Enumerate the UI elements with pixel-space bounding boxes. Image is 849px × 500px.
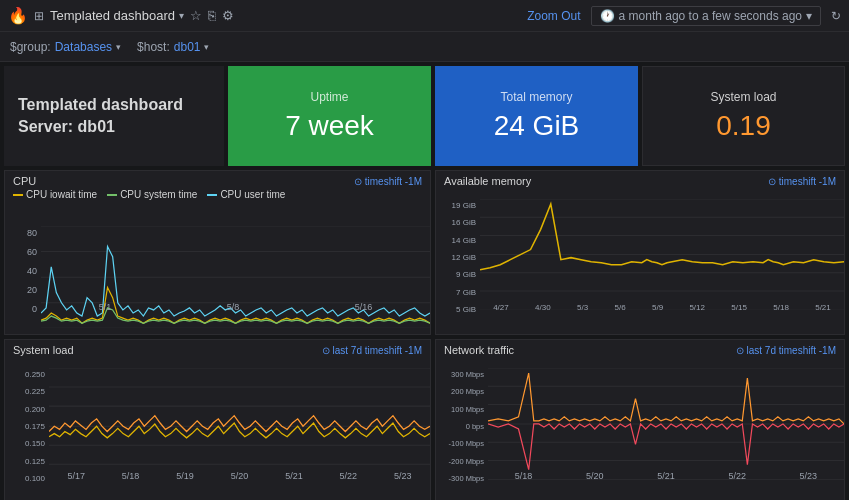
memory-label: Total memory — [500, 90, 572, 104]
group-dropdown-icon: ▾ — [116, 42, 121, 52]
uptime-label: Uptime — [310, 90, 348, 104]
time-range-picker[interactable]: 🕐 a month ago to a few seconds ago ▾ — [591, 6, 821, 26]
uptime-card: Uptime 7 week — [228, 66, 431, 166]
cpu-chart-header: CPU ⊙ timeshift -1M — [5, 171, 430, 189]
legend-system: CPU system time — [107, 189, 197, 200]
legend-iowait-label: CPU iowait time — [26, 189, 97, 200]
clock-icon: 🕐 — [600, 9, 615, 23]
avail-mem-yaxis: 19 GiB16 GiB14 GiB12 GiB9 GiB7 GiB5 GiB — [436, 199, 480, 316]
net-traffic-svg — [488, 368, 844, 480]
cpu-chart-panel: CPU ⊙ timeshift -1M CPU iowait time CPU … — [4, 170, 431, 335]
net-traffic-yaxis: 300 Mbps200 Mbps100 Mbps0 bps-100 Mbps-2… — [436, 368, 488, 485]
legend-iowait-dot — [13, 194, 23, 196]
cpu-xaxis: 5/15/85/16 — [41, 298, 430, 316]
dashboard-title: Templated dashboard ▾ — [50, 8, 184, 23]
sysload-label: System load — [710, 90, 776, 104]
grafana-logo: 🔥 — [8, 6, 28, 25]
filterbar: $group: Databases ▾ $host: db01 ▾ — [0, 32, 849, 62]
server-label: Server: db01 — [18, 118, 210, 136]
sys-load-header: System load ⊙ last 7d timeshift -1M — [5, 340, 430, 358]
host-dropdown-icon: ▾ — [204, 42, 209, 52]
net-traffic-xaxis: 5/185/205/215/225/23 — [488, 467, 844, 485]
group-filter[interactable]: $group: Databases ▾ — [10, 40, 121, 54]
sys-load-meta[interactable]: ⊙ last 7d timeshift -1M — [322, 345, 422, 356]
legend-user-label: CPU user time — [220, 189, 285, 200]
avail-mem-chart-panel: Available memory ⊙ timeshift -1M 19 GiB1… — [435, 170, 845, 335]
cpu-legend: CPU iowait time CPU system time CPU user… — [5, 189, 430, 202]
net-traffic-chart-panel: Network traffic ⊙ last 7d timeshift -1M … — [435, 339, 845, 500]
cpu-chart-title: CPU — [13, 175, 36, 187]
net-traffic-title: Network traffic — [444, 344, 514, 356]
cpu-chart-area: 806040200 5/15/85/16 — [5, 226, 430, 316]
sys-load-title: System load — [13, 344, 74, 356]
memory-card: Total memory 24 GiB — [435, 66, 638, 166]
avail-mem-svg — [480, 199, 844, 310]
cpu-timeshift[interactable]: ⊙ timeshift -1M — [354, 176, 422, 187]
sysload-value: 0.19 — [716, 110, 771, 142]
memory-value: 24 GiB — [494, 110, 580, 142]
legend-user-dot — [207, 194, 217, 196]
sysload-card: System load 0.19 — [642, 66, 845, 166]
settings-icon[interactable]: ⚙ — [222, 8, 234, 23]
legend-system-dot — [107, 194, 117, 196]
legend-user: CPU user time — [207, 189, 285, 200]
share-icon[interactable]: ⎘ — [208, 8, 216, 23]
avail-mem-area: 19 GiB16 GiB14 GiB12 GiB9 GiB7 GiB5 GiB … — [436, 199, 844, 316]
topbar: 🔥 ⊞ Templated dashboard ▾ ☆ ⎘ ⚙ Zoom Out… — [0, 0, 849, 32]
topbar-right: Zoom Out 🕐 a month ago to a few seconds … — [527, 6, 841, 26]
legend-system-label: CPU system time — [120, 189, 197, 200]
dashboard-name: Templated dashboard — [18, 96, 210, 114]
chevron-down-icon: ▾ — [806, 9, 812, 23]
avail-mem-timeshift[interactable]: ⊙ timeshift -1M — [768, 176, 836, 187]
info-panel: Templated dashboard Server: db01 — [4, 66, 224, 166]
sys-load-yaxis: 0.2500.2250.2000.1750.1500.1250.100 — [5, 368, 49, 485]
host-filter[interactable]: $host: db01 ▾ — [137, 40, 209, 54]
net-traffic-area: 300 Mbps200 Mbps100 Mbps0 bps-100 Mbps-2… — [436, 368, 844, 485]
avail-mem-xaxis: 4/274/305/35/65/95/125/155/185/21 — [480, 298, 844, 316]
sys-load-xaxis: 5/175/185/195/205/215/225/23 — [49, 467, 430, 485]
legend-iowait: CPU iowait time — [13, 189, 97, 200]
net-traffic-meta[interactable]: ⊙ last 7d timeshift -1M — [736, 345, 836, 356]
sys-load-area: 0.2500.2250.2000.1750.1500.1250.100 5/17… — [5, 368, 430, 485]
star-icon[interactable]: ☆ — [190, 8, 202, 23]
sys-load-chart-panel: System load ⊙ last 7d timeshift -1M 0.25… — [4, 339, 431, 500]
net-traffic-header: Network traffic ⊙ last 7d timeshift -1M — [436, 340, 844, 358]
cpu-yaxis: 806040200 — [5, 226, 41, 316]
avail-mem-header: Available memory ⊙ timeshift -1M — [436, 171, 844, 189]
avail-mem-title: Available memory — [444, 175, 531, 187]
uptime-value: 7 week — [285, 110, 374, 142]
zoom-out-button[interactable]: Zoom Out — [527, 9, 580, 23]
refresh-button[interactable]: ↻ — [831, 9, 841, 23]
apps-icon[interactable]: ⊞ — [34, 9, 44, 23]
main-grid: Templated dashboard Server: db01 Uptime … — [0, 62, 849, 500]
